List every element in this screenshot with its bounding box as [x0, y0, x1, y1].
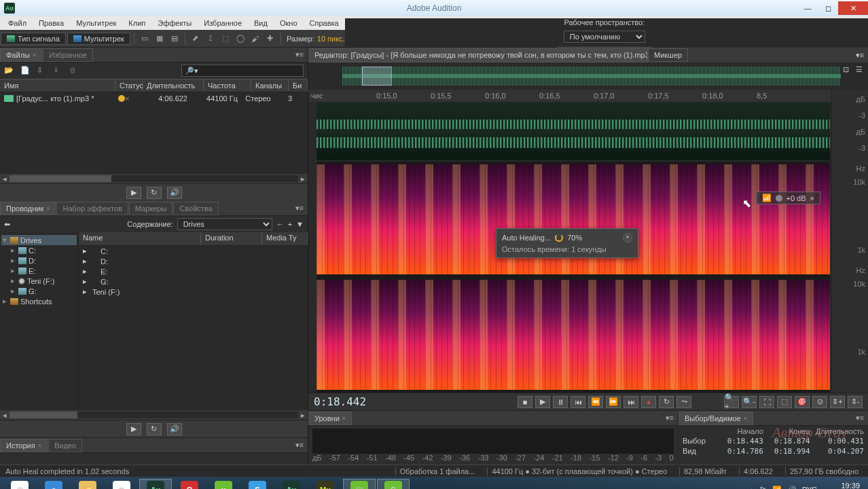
taskbar-ie[interactable]: e — [37, 479, 70, 489]
time-ruler[interactable]: чис 0:15,0 0:15,5 0:16,0 0:16,5 0:17,0 0… — [308, 90, 868, 102]
menu-clip[interactable]: Клип — [123, 18, 151, 29]
list-col-media[interactable]: Media Ty — [262, 232, 308, 245]
taskbar-muse[interactable]: Mu — [309, 479, 342, 489]
file-row[interactable]: [Градус... кто (1).mp3 * × 4:06.622 4410… — [0, 92, 308, 105]
preview-loop-button[interactable]: ↻ — [147, 423, 162, 435]
brush-size-value[interactable]: 10 пикс. — [317, 35, 345, 43]
list-item[interactable]: ▸D: — [79, 256, 308, 266]
menu-edit[interactable]: Правка — [33, 18, 69, 29]
time-selection-tool-icon[interactable]: 𝙸 — [203, 32, 218, 46]
taskbar-chrome[interactable]: ◉ — [105, 479, 138, 489]
overview-waveform[interactable]: ☰ ⊡ — [308, 62, 868, 90]
tab-history[interactable]: История× — [0, 439, 48, 452]
forward-button[interactable]: ⏩ — [606, 396, 621, 408]
panel-menu-icon[interactable]: ▾≡ — [291, 202, 308, 214]
tree-drive-g[interactable]: ▸G: — [1, 286, 77, 296]
list-item[interactable]: ▸Teni (F:) — [79, 287, 308, 297]
list-item[interactable]: ▸E: — [79, 266, 308, 276]
brush-tool-icon[interactable]: 🖌 — [248, 32, 263, 46]
col-freq[interactable]: Частота — [204, 80, 251, 91]
toggle-top-button[interactable]: ▭ — [137, 32, 152, 46]
toggle-spectral-button[interactable]: ▦ — [152, 32, 167, 46]
go-start-button[interactable]: ⏮ — [571, 396, 585, 408]
filter-icon[interactable]: ▼ — [296, 220, 304, 228]
up-folder-icon[interactable]: ⬅ — [4, 220, 10, 229]
db-overlay[interactable]: 📶 +0 dB × — [756, 192, 821, 204]
open-file-icon[interactable]: 📂 — [4, 66, 15, 75]
waveform-mode-button[interactable]: Тип сигнала — [1, 33, 66, 45]
col-bits[interactable]: Би — [289, 80, 308, 91]
content-select[interactable]: Drives — [177, 218, 272, 230]
spectrogram-right[interactable] — [317, 280, 830, 390]
menu-window[interactable]: Окно — [274, 18, 303, 29]
zoom-in-point-button[interactable]: 🎯 — [795, 396, 810, 408]
tab-markers[interactable]: Маркеры — [129, 202, 173, 215]
tree-shortcuts[interactable]: ▸Shortcuts — [1, 296, 77, 306]
move-tool-icon[interactable]: ⬈ — [188, 32, 203, 46]
gain-knob-icon[interactable] — [776, 195, 782, 202]
tab-video[interactable]: Видео — [48, 439, 82, 452]
panel-menu-icon[interactable]: ▾≡ — [662, 412, 678, 424]
preview-autoplay-button[interactable]: 🔊 — [167, 187, 182, 199]
toggle-pitch-button[interactable]: ▤ — [167, 32, 182, 46]
taskbar-explorer[interactable]: 📁 — [71, 479, 104, 489]
rewind-button[interactable]: ⏪ — [588, 396, 603, 408]
pause-button[interactable]: ⏸ — [553, 396, 568, 408]
col-status[interactable]: Статус — [115, 80, 143, 91]
preview-play-button[interactable]: ▶ — [126, 423, 141, 435]
back-icon[interactable]: ← — [276, 220, 284, 228]
taskbar-skype[interactable]: S — [241, 479, 274, 489]
waveform-right-channel[interactable] — [317, 129, 830, 156]
preview-play-button[interactable]: ▶ — [126, 187, 141, 199]
tab-browser[interactable]: Проводник× — [0, 202, 56, 215]
heal-tool-icon[interactable]: ✚ — [263, 32, 278, 46]
loop-button[interactable]: ↻ — [659, 396, 674, 408]
taskbar-app2[interactable]: C — [377, 479, 410, 489]
delete-icon[interactable]: 🗑 — [69, 66, 80, 75]
tab-effects-rack[interactable]: Набор эффектов — [56, 202, 128, 215]
list-item[interactable]: ▸G: — [79, 276, 308, 287]
tray-flag-icon[interactable]: 🏳 — [759, 486, 767, 489]
list-col-name[interactable]: Name — [79, 232, 201, 245]
view-end[interactable]: 0:18.994 — [769, 447, 810, 456]
scroll-left-icon[interactable]: ◂ — [0, 175, 10, 183]
close-button[interactable]: ✕ — [838, 1, 868, 15]
zoom-toggle-icon[interactable]: ⊡ — [843, 65, 849, 74]
view-dur[interactable]: 0:04.207 — [816, 447, 864, 456]
zoom-selection-button[interactable]: ⬚ — [777, 396, 792, 408]
lasso-tool-icon[interactable]: ◯ — [233, 32, 248, 46]
tab-favorites[interactable]: Избранное — [43, 48, 93, 62]
new-file-icon[interactable]: 📄 — [20, 66, 31, 75]
sel-end[interactable]: 0:18.874 — [769, 437, 810, 446]
taskbar-app1[interactable]: ⬚ — [343, 479, 376, 489]
tab-levels[interactable]: Уровни× — [308, 412, 352, 425]
taskbar-utorrent[interactable]: μ — [207, 479, 240, 489]
tree-drive-f[interactable]: ▸Teni (F:) — [1, 276, 77, 286]
start-button[interactable]: ⊞ — [3, 479, 36, 489]
menu-view[interactable]: Вид — [249, 18, 273, 29]
insert-icon[interactable]: ⬇ — [53, 66, 64, 75]
browser-hscroll[interactable]: ◂▸ — [0, 410, 308, 420]
col-name[interactable]: Имя — [0, 80, 115, 91]
tray-up-icon[interactable]: ▴ — [750, 486, 754, 490]
preview-loop-button[interactable]: ↻ — [147, 187, 162, 199]
cancel-button[interactable]: × — [623, 233, 632, 242]
close-icon[interactable]: × — [810, 194, 814, 202]
minimize-button[interactable]: — — [797, 1, 818, 15]
tab-files[interactable]: Файлы× — [0, 48, 42, 62]
taskbar-opera[interactable]: O — [173, 479, 206, 489]
zoom-out-point-button[interactable]: ⊙ — [812, 396, 827, 408]
zoom-out-button[interactable]: 🔍- — [742, 396, 757, 408]
tray-lang[interactable]: РУС — [802, 486, 817, 489]
import-icon[interactable]: ⇩ — [37, 66, 48, 75]
tray-volume-icon[interactable]: 🔊 — [787, 486, 797, 490]
close-icon[interactable]: × — [33, 52, 36, 58]
taskbar-audition[interactable]: Au — [139, 479, 172, 489]
tree-drive-e[interactable]: ▸E: — [1, 266, 77, 276]
maximize-button[interactable]: ◻ — [818, 1, 838, 15]
panel-menu-icon[interactable]: ▾≡ — [291, 439, 308, 451]
list-col-duration[interactable]: Duration — [201, 232, 262, 245]
fwd-icon[interactable]: + — [288, 220, 292, 228]
tab-properties[interactable]: Свойства — [173, 202, 218, 215]
workspace-select[interactable]: По умолчанию — [564, 31, 645, 43]
